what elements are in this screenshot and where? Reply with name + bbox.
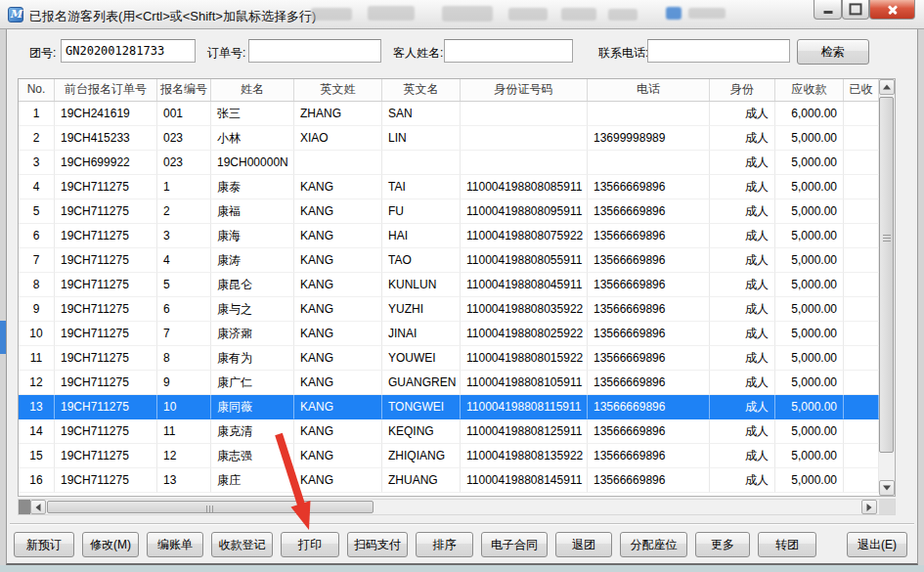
- footer-button[interactable]: 排序: [416, 532, 473, 557]
- table-row[interactable]: 1019CH7112757康济鼐KANGJINAI110004198808025…: [19, 322, 879, 346]
- group-no-input[interactable]: [61, 39, 196, 63]
- cell: 成人: [710, 199, 775, 224]
- vertical-scroll-thumb[interactable]: [879, 97, 894, 453]
- vertical-scrollbar[interactable]: [879, 79, 895, 496]
- table-row[interactable]: 1319CH71127510康同薇KANGTONGWEI110004198808…: [19, 395, 879, 419]
- minimize-button[interactable]: [814, 0, 842, 20]
- cell: 5,000.00: [775, 273, 844, 297]
- footer-button[interactable]: 分配座位: [620, 532, 687, 557]
- footer-button[interactable]: 转团: [758, 532, 816, 557]
- cell: 康志强: [211, 444, 294, 468]
- cell: 成人: [710, 419, 775, 444]
- table-row[interactable]: 1419CH71127511康克清KANGKEQING1100041988081…: [19, 419, 879, 444]
- table-row[interactable]: 719CH7112754康涛KANGTAO1100041988080559111…: [19, 248, 879, 273]
- scroll-left-button[interactable]: [30, 500, 46, 514]
- cell: 9: [157, 371, 211, 395]
- cell: [844, 224, 879, 248]
- column-header[interactable]: 前台报名订单号: [55, 79, 157, 101]
- cell: 9: [19, 297, 55, 322]
- footer-button[interactable]: 编账单: [147, 532, 203, 557]
- table-row[interactable]: 619CH7112753康海KANGHAI1100041988080759221…: [19, 224, 879, 248]
- table-row[interactable]: 119CH241619001张三ZHANGSAN成人6,000.00: [19, 102, 879, 126]
- scroll-up-button[interactable]: [879, 79, 895, 95]
- cell: 5,000.00: [775, 395, 844, 419]
- cell: 5,000.00: [775, 322, 844, 346]
- cell: GUANGREN: [382, 371, 461, 395]
- cell: 5,000.00: [775, 297, 844, 322]
- table-row[interactable]: 219CH415233023小林XIAOLIN13699998989成人5,00…: [19, 126, 879, 151]
- cell: KANG: [294, 322, 382, 346]
- column-header[interactable]: 电话: [588, 79, 710, 101]
- cell: [844, 419, 879, 444]
- footer-button[interactable]: 退团: [555, 532, 612, 557]
- cell: [461, 151, 588, 175]
- column-header[interactable]: 英文名: [382, 79, 461, 101]
- order-no-input[interactable]: [248, 39, 381, 63]
- cell: [844, 444, 879, 468]
- column-header[interactable]: 英文姓: [294, 79, 382, 101]
- registered-tourists-dialog: M 已报名游客列表(用<Crtl>或<Shift>加鼠标选择多行) 团号: 订单…: [0, 0, 924, 572]
- contact-phone-input[interactable]: [647, 39, 790, 63]
- footer-button[interactable]: 更多: [695, 532, 750, 557]
- horizontal-scrollbar[interactable]: [18, 499, 896, 515]
- scroll-down-button[interactable]: [879, 480, 895, 496]
- table-row[interactable]: 519CH7112752康福KANGFU11000419880809591113…: [19, 199, 879, 224]
- cell: 19CH711275: [55, 248, 157, 273]
- horizontal-scroll-thumb[interactable]: [47, 501, 374, 513]
- cell: XIAO: [294, 126, 382, 151]
- cell: 19CH699922: [55, 151, 157, 175]
- maximize-button[interactable]: [842, 0, 869, 20]
- table-body[interactable]: 119CH241619001张三ZHANGSAN成人6,000.00219CH4…: [19, 102, 879, 493]
- cell: 5,000.00: [775, 419, 844, 444]
- column-header[interactable]: 报名编号: [157, 79, 211, 101]
- column-header[interactable]: No.: [19, 79, 55, 101]
- close-button[interactable]: [869, 0, 915, 20]
- table-row[interactable]: 319CH69992202319CH00000N成人5,000.00: [19, 151, 879, 175]
- cell: 康有为: [211, 346, 294, 371]
- cell: 5: [157, 273, 211, 297]
- exit-button[interactable]: 退出(E): [847, 532, 907, 557]
- footer-button[interactable]: 扫码支付: [347, 532, 408, 557]
- search-button[interactable]: 检索: [797, 39, 869, 65]
- column-header[interactable]: 身份证号码: [461, 79, 588, 101]
- column-header[interactable]: 身份: [710, 79, 775, 101]
- cell: 13566669896: [588, 395, 710, 419]
- table-row[interactable]: 1519CH71127512康志强KANGZHIQIANG11000419880…: [19, 444, 879, 468]
- cell: 13566669896: [588, 346, 710, 371]
- table-row[interactable]: 919CH7112756康与之KANGYUZHI1100041988080359…: [19, 297, 879, 322]
- cell: LIN: [382, 126, 461, 151]
- titlebar[interactable]: M 已报名游客列表(用<Crtl>或<Shift>加鼠标选择多行): [0, 0, 924, 29]
- cell: 成人: [710, 224, 775, 248]
- footer-button[interactable]: 电子合同: [481, 532, 548, 557]
- cell: ZHIQIANG: [382, 444, 461, 468]
- separator: [10, 523, 914, 525]
- cell: 12: [157, 444, 211, 468]
- table-row[interactable]: 419CH7112751康泰KANGTAI1100041988080859111…: [19, 175, 879, 199]
- column-header[interactable]: 姓名: [211, 79, 294, 101]
- cell: 13: [19, 395, 55, 419]
- footer-button[interactable]: 修改(M): [82, 532, 139, 557]
- footer-button[interactable]: 收款登记: [211, 532, 273, 557]
- cell: 5: [19, 199, 55, 224]
- guest-name-input[interactable]: [444, 39, 573, 63]
- cell: 19CH711275: [55, 346, 157, 371]
- background-window-artifact: [442, 6, 493, 22]
- cell: 13566669896: [588, 419, 710, 444]
- column-header[interactable]: 应收款: [775, 79, 844, 101]
- desktop-background: [0, 565, 924, 572]
- cell: 19CH711275: [55, 297, 157, 322]
- footer-button[interactable]: 打印: [281, 532, 339, 557]
- cell: 4: [19, 175, 55, 199]
- table-row[interactable]: 1119CH7112758康有为KANGYOUWEI11000419880801…: [19, 346, 879, 371]
- footer-button[interactable]: 新预订: [14, 532, 74, 557]
- column-header[interactable]: 已收: [844, 79, 879, 101]
- table-row[interactable]: 1219CH7112759康广仁KANGGUANGREN110004198808…: [19, 371, 879, 395]
- scroll-right-button[interactable]: [861, 500, 877, 514]
- table-row[interactable]: 1619CH71127513康庄KANGZHUANG11000419880814…: [19, 468, 879, 493]
- cell: 5,000.00: [775, 444, 844, 468]
- cell: 康同薇: [211, 395, 294, 419]
- maximize-icon: [850, 3, 862, 15]
- table-row[interactable]: 819CH7112755康昆仑KANGKUNLUN110004198808045…: [19, 273, 879, 297]
- scrollbar-gripper: [19, 500, 30, 514]
- cell: 5,000.00: [775, 151, 844, 175]
